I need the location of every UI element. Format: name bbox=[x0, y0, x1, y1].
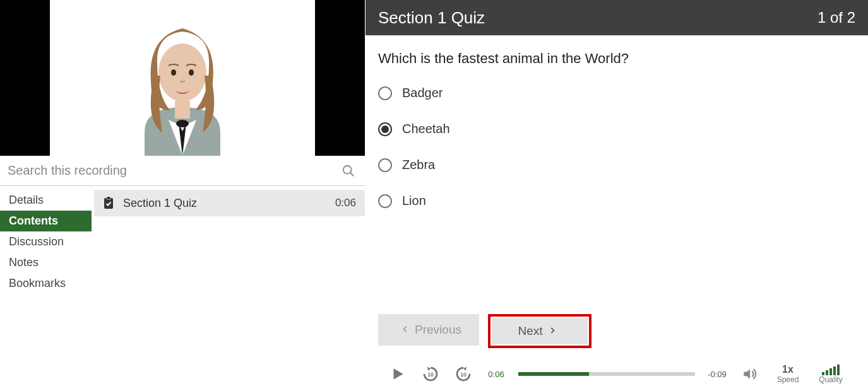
tab-notes[interactable]: Notes bbox=[0, 252, 92, 273]
option-zebra[interactable]: Zebra bbox=[378, 158, 855, 172]
radio-icon bbox=[378, 194, 392, 208]
option-label: Zebra bbox=[402, 158, 435, 172]
quiz-header: Section 1 Quiz 1 of 2 bbox=[366, 0, 868, 35]
radio-icon bbox=[378, 86, 392, 100]
chevron-left-icon bbox=[401, 323, 410, 337]
option-label: Cheetah bbox=[402, 122, 450, 136]
play-icon[interactable] bbox=[387, 363, 408, 385]
tab-details[interactable]: Details bbox=[0, 190, 92, 211]
option-badger[interactable]: Badger bbox=[378, 86, 855, 100]
svg-rect-2 bbox=[175, 101, 190, 119]
previous-label: Previous bbox=[415, 323, 461, 337]
remaining-time: -0:09 bbox=[706, 370, 728, 379]
quiz-title: Section 1 Quiz bbox=[378, 8, 817, 28]
svg-point-6 bbox=[343, 165, 352, 173]
clipboard-check-icon bbox=[100, 195, 117, 211]
progress-bar[interactable] bbox=[518, 372, 695, 376]
option-label: Lion bbox=[402, 194, 426, 208]
elapsed-time: 0:06 bbox=[485, 370, 507, 379]
signal-bars-icon bbox=[815, 364, 847, 375]
video-area bbox=[0, 0, 365, 156]
radio-icon bbox=[378, 122, 392, 136]
video-frame bbox=[50, 0, 315, 156]
tab-contents[interactable]: Contents bbox=[0, 211, 92, 231]
option-cheetah[interactable]: Cheetah bbox=[378, 122, 855, 136]
quiz-nav-buttons: Previous Next bbox=[378, 314, 855, 357]
svg-text:10: 10 bbox=[427, 371, 434, 378]
volume-icon[interactable] bbox=[739, 363, 761, 385]
next-label: Next bbox=[518, 324, 542, 338]
svg-point-5 bbox=[189, 69, 194, 76]
search-row bbox=[0, 156, 365, 186]
tab-discussion[interactable]: Discussion bbox=[0, 231, 92, 252]
speed-label: Speed bbox=[772, 375, 804, 384]
speed-control[interactable]: 1x Speed bbox=[772, 364, 804, 384]
next-button[interactable]: Next bbox=[492, 318, 588, 344]
search-input[interactable] bbox=[8, 163, 340, 178]
lower-left: Details Contents Discussion Notes Bookma… bbox=[0, 186, 365, 391]
quality-label: Quality bbox=[815, 375, 847, 384]
chevron-right-icon bbox=[548, 324, 557, 338]
speed-value: 1x bbox=[772, 364, 804, 375]
svg-point-1 bbox=[176, 120, 189, 127]
search-icon[interactable] bbox=[340, 162, 357, 180]
presenter-image bbox=[100, 0, 265, 156]
tabs-column: Details Contents Discussion Notes Bookma… bbox=[0, 186, 92, 391]
progress-fill bbox=[518, 372, 589, 376]
contents-item[interactable]: Section 1 Quiz 0:06 bbox=[94, 190, 365, 216]
svg-line-7 bbox=[350, 172, 354, 176]
rewind-10-icon[interactable]: 10 bbox=[420, 363, 441, 385]
option-lion[interactable]: Lion bbox=[378, 194, 855, 208]
contents-item-time: 0:06 bbox=[335, 197, 359, 209]
left-panel: Details Contents Discussion Notes Bookma… bbox=[0, 0, 365, 391]
option-label: Badger bbox=[402, 86, 443, 100]
tab-bookmarks[interactable]: Bookmarks bbox=[0, 273, 92, 294]
quiz-body: Which is the fastest animal in the World… bbox=[366, 35, 868, 391]
previous-button[interactable]: Previous bbox=[378, 314, 479, 346]
player-bar: 10 10 0:06 -0:09 1x Speed bbox=[378, 357, 855, 391]
radio-icon bbox=[378, 158, 392, 172]
quality-control[interactable]: Quality bbox=[815, 364, 847, 384]
next-button-highlight: Next bbox=[488, 314, 592, 348]
question-text: Which is the fastest animal in the World… bbox=[378, 50, 855, 67]
quiz-progress: 1 of 2 bbox=[817, 9, 855, 26]
svg-rect-8 bbox=[104, 198, 113, 209]
svg-point-4 bbox=[171, 69, 176, 76]
forward-10-icon[interactable]: 10 bbox=[453, 363, 474, 385]
contents-column: Section 1 Quiz 0:06 bbox=[92, 186, 365, 391]
svg-rect-10 bbox=[107, 197, 110, 199]
contents-item-title: Section 1 Quiz bbox=[123, 197, 335, 210]
svg-text:10: 10 bbox=[460, 371, 467, 378]
right-panel: Section 1 Quiz 1 of 2 Which is the faste… bbox=[365, 0, 868, 391]
